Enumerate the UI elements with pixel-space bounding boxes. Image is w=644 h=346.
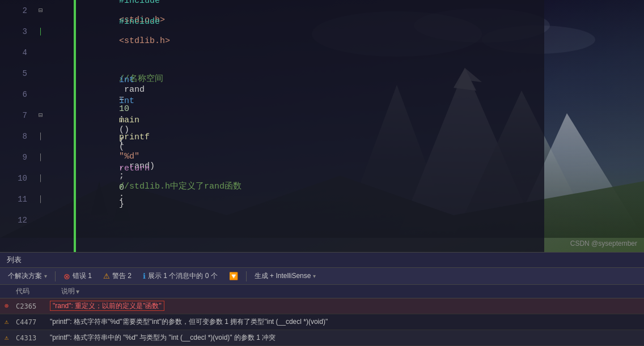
panel-title: 列表: [7, 255, 22, 264]
indent-6: [119, 66, 137, 75]
line-num-3: 3: [0, 27, 34, 36]
line-num-4: 4: [0, 48, 34, 57]
error-desc-c2365: "rand": 重定义；以前的定义是"函数": [50, 301, 639, 311]
warning-triangle-icon: ⚠: [103, 272, 110, 280]
col-desc-label: 说明: [61, 287, 75, 296]
line-num-2: 2: [0, 6, 34, 15]
line-num-7: 7: [0, 111, 34, 120]
error-count-label: 错误 1: [73, 271, 92, 281]
brace-close: }: [119, 199, 124, 209]
fold-line-3: │: [39, 28, 43, 36]
line-num-9: 9: [0, 153, 34, 162]
panel-toolbar: 个解决方案 ▾ ⊗ 错误 1 ⚠ 警告 2 ℹ 展示 1 个消息中的 0 个 🔽…: [0, 268, 644, 285]
gutter-2: ⊟: [34, 6, 74, 15]
fold-line-10: │: [39, 174, 43, 182]
warning-row-c4477[interactable]: ⚠ C4477 "printf": 格式字符串"%d"需要类型"int"的参数，…: [0, 314, 644, 330]
error-filter[interactable]: ⊗ 错误 1: [60, 270, 95, 282]
warning-code-c4313: C4313: [16, 334, 50, 342]
code-line-3: 3 │ #include <stdlib.h>: [0, 21, 539, 42]
intellisense-button[interactable]: 生成 + IntelliSense ▾: [251, 270, 320, 282]
solution-label: 个解决方案: [8, 271, 42, 281]
include-file-2: <stdlib.h>: [119, 36, 170, 46]
line-num-11: 11: [0, 195, 34, 204]
int-keyword-6: int: [119, 75, 134, 85]
space2: [119, 27, 124, 36]
warning-row-c4313[interactable]: ⚠ C4313 "printf": 格式字符串中的 "%d" 与类型为 "int…: [0, 330, 644, 346]
editor-area: 2 ⊟ #include <stdio.h> 3 │ #include <std…: [0, 0, 644, 252]
include-keyword-2: #include: [119, 17, 160, 27]
info-count-label: 展示 1 个消息中的 0 个: [148, 271, 218, 281]
col-desc-header[interactable]: 说明 ▾: [61, 287, 639, 296]
line-content-3: #include <stdlib.h>: [74, 7, 170, 55]
fold-line-9: │: [39, 153, 43, 161]
gutter-11: │: [34, 195, 74, 203]
sort-icon: ▾: [76, 288, 79, 296]
table-header: 代码 说明 ▾: [0, 285, 644, 298]
line-num-5: 5: [0, 69, 34, 78]
warning-triangle: ⚠: [5, 318, 9, 326]
warning-count-label: 警告 2: [112, 271, 132, 281]
filter-icon: 🔽: [229, 272, 238, 280]
intellisense-label: 生成 + IntelliSense: [255, 271, 311, 281]
code-lines: 2 ⊟ #include <stdio.h> 3 │ #include <std…: [0, 0, 539, 230]
gutter-3: │: [34, 28, 74, 36]
panel-title-bar: 列表: [0, 253, 644, 268]
filter-button[interactable]: 🔽: [226, 271, 242, 281]
separator-2: [246, 271, 247, 281]
warning-code-c4477: C4477: [16, 318, 50, 326]
error-code-c2365: C2365: [16, 302, 50, 310]
indent-10: [119, 154, 146, 164]
fold-icon-2[interactable]: ⊟: [39, 6, 43, 15]
solution-dropdown[interactable]: 个解决方案 ▾: [5, 270, 50, 282]
header-spacer: [5, 287, 16, 296]
error-panel: 列表 个解决方案 ▾ ⊗ 错误 1 ⚠ 警告 2 ℹ 展示 1 个消息中的 0 …: [0, 252, 644, 346]
line-num-6: 6: [0, 90, 34, 99]
gutter-9: │: [34, 153, 74, 161]
info-filter[interactable]: ℹ 展示 1 个消息中的 0 个: [139, 270, 221, 282]
code-line-11: 11 │ }: [0, 189, 539, 210]
error-row-c2365[interactable]: ⊗ C2365 "rand": 重定义；以前的定义是"函数": [0, 298, 644, 314]
fold-line-8: │: [39, 133, 43, 140]
line-num-8: 8: [0, 132, 34, 141]
attribution: CSDN @syseptember: [570, 240, 637, 247]
include-keyword: #include: [119, 0, 160, 6]
fold-line-11: │: [39, 195, 43, 203]
solution-dropdown-arrow: ▾: [44, 273, 47, 279]
separator-1: [55, 271, 56, 281]
error-icon-c2365: ⊗: [5, 302, 16, 310]
col-code-header[interactable]: 代码: [16, 287, 61, 296]
info-circle-icon: ℹ: [143, 272, 146, 280]
intellisense-dropdown-arrow: ▾: [313, 273, 316, 279]
error-desc-text: "rand": 重定义；以前的定义是"函数": [50, 301, 164, 311]
error-circle: ⊗: [5, 302, 9, 310]
gutter-10: │: [34, 174, 74, 182]
warning-desc-c4313: "printf": 格式字符串中的 "%d" 与类型为 "int (__cdec…: [50, 333, 639, 343]
printf-func: printf: [119, 133, 150, 142]
error-circle-icon: ⊗: [63, 272, 70, 281]
warning-icon-c4477: ⚠: [5, 318, 16, 326]
gutter-8: │: [34, 133, 74, 140]
line-num-12: 12: [0, 216, 34, 225]
line-content-11: }: [74, 180, 128, 219]
warning-icon-c4313: ⚠: [5, 334, 16, 342]
indent-11: [119, 190, 128, 199]
fold-icon-7[interactable]: ⊟: [39, 111, 43, 119]
warning-triangle-2: ⚠: [5, 334, 9, 342]
warning-filter[interactable]: ⚠ 警告 2: [100, 270, 135, 282]
indent-9: [119, 123, 146, 133]
gutter-7: ⊟: [34, 111, 74, 119]
line-num-10: 10: [0, 174, 34, 183]
col-code-label: 代码: [16, 287, 29, 296]
warning-desc-c4477: "printf": 格式字符串"%d"需要类型"int"的参数，但可变参数 1 …: [50, 317, 639, 327]
int-keyword-7: int: [119, 96, 134, 106]
return-keyword: return: [119, 164, 150, 173]
